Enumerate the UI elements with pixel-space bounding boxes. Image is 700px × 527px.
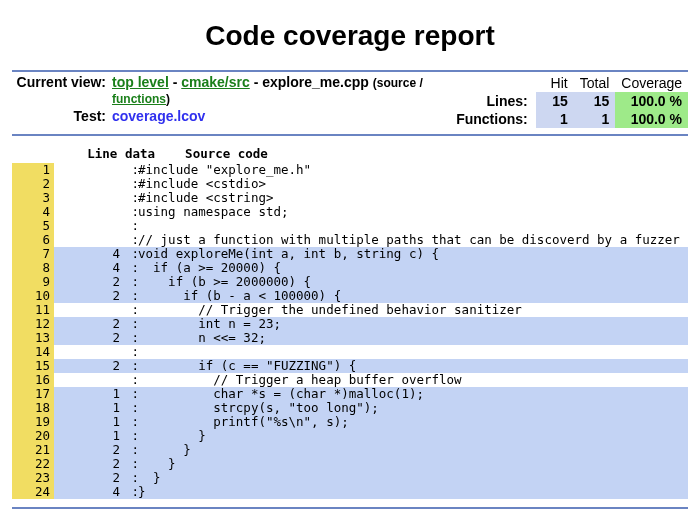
stats-row-functions: Functions: 1 1 100.0 % [450, 110, 688, 128]
stats-col-coverage: Coverage [615, 74, 688, 92]
source-line: 132 : n <<= 32; [12, 331, 688, 345]
line-source: if (a >= 20000) { [138, 261, 688, 275]
source-line: 232 : } [12, 471, 688, 485]
source-line: 122 : int n = 23; [12, 317, 688, 331]
header-row: Current view: top level - cmake/src - ex… [12, 72, 688, 134]
line-number: 16 [12, 373, 54, 387]
line-source: } [138, 429, 688, 443]
stats-table: Hit Total Coverage Lines: 15 15 100.0 % … [450, 74, 688, 128]
line-sep: : [124, 415, 138, 429]
source-line: 181 : strcpy(s, "too long"); [12, 401, 688, 415]
line-hit-count [54, 373, 124, 387]
current-view-label: Current view: [12, 74, 106, 106]
line-hit-count [54, 345, 124, 359]
stats-col-total: Total [574, 74, 616, 92]
line-source: // just a function with multiple paths t… [138, 233, 688, 247]
line-source: // Trigger a heap buffer overflow [138, 373, 688, 387]
page-title: Code coverage report [12, 20, 688, 52]
source-line: 11 : // Trigger the undefined behavior s… [12, 303, 688, 317]
source-line: 152 : if (c == "FUZZING") { [12, 359, 688, 373]
line-number: 1 [12, 163, 54, 177]
line-number: 3 [12, 191, 54, 205]
line-source: if (b - a < 100000) { [138, 289, 688, 303]
line-number: 4 [12, 205, 54, 219]
line-sep: : [124, 191, 138, 205]
source-line: 191 : printf("%s\n", s); [12, 415, 688, 429]
line-source [138, 345, 688, 359]
line-hit-count: 4 [54, 485, 124, 499]
source-line: 244 : } [12, 485, 688, 499]
line-source: #include <cstdio> [138, 177, 688, 191]
line-hit-count: 1 [54, 387, 124, 401]
breadcrumb-sep-2: - [254, 74, 263, 90]
line-sep: : [124, 247, 138, 261]
line-sep: : [124, 457, 138, 471]
line-source [138, 219, 688, 233]
source-listing: Line data Source code 1 : #include "expl… [12, 146, 688, 499]
line-sep: : [124, 331, 138, 345]
line-sep: : [124, 401, 138, 415]
line-hit-count [54, 177, 124, 191]
line-hit-count: 2 [54, 471, 124, 485]
line-source: using namespace std; [138, 205, 688, 219]
stats-lines-hit: 15 [536, 92, 574, 110]
source-line: 6 : // just a function with multiple pat… [12, 233, 688, 247]
line-number: 13 [12, 331, 54, 345]
stats-functions-hit: 1 [536, 110, 574, 128]
line-sep: : [124, 443, 138, 457]
line-source: } [138, 457, 688, 471]
line-sep: : [124, 163, 138, 177]
line-number: 8 [12, 261, 54, 275]
line-source: char *s = (char *)malloc(1); [138, 387, 688, 401]
stats-col-hit: Hit [536, 74, 574, 92]
line-source: } [138, 471, 688, 485]
line-source: if (c == "FUZZING") { [138, 359, 688, 373]
stats-lines-total: 15 [574, 92, 616, 110]
breadcrumb-top-level[interactable]: top level [112, 74, 169, 90]
line-sep: : [124, 289, 138, 303]
line-hit-count: 2 [54, 289, 124, 303]
source-line: 14 : [12, 345, 688, 359]
source-line: 92 : if (b >= 2000000) { [12, 275, 688, 289]
line-source: } [138, 443, 688, 457]
divider-mid [12, 134, 688, 136]
line-number: 6 [12, 233, 54, 247]
line-sep: : [124, 177, 138, 191]
line-source: // Trigger the undefined behavior saniti… [138, 303, 688, 317]
line-sep: : [124, 429, 138, 443]
stats-lines-label: Lines: [450, 92, 536, 110]
source-line: 16 : // Trigger a heap buffer overflow [12, 373, 688, 387]
line-hit-count: 2 [54, 457, 124, 471]
line-source: int n = 23; [138, 317, 688, 331]
line-sep: : [124, 471, 138, 485]
source-line: 201 : } [12, 429, 688, 443]
line-source: #include <cstring> [138, 191, 688, 205]
source-line: 1 : #include "explore_me.h" [12, 163, 688, 177]
line-source: void exploreMe(int a, int b, string c) { [138, 247, 688, 261]
line-hit-count [54, 219, 124, 233]
line-sep: : [124, 205, 138, 219]
line-sep: : [124, 387, 138, 401]
line-sep: : [124, 233, 138, 247]
source-line: 3 : #include <cstring> [12, 191, 688, 205]
line-sep: : [124, 485, 138, 499]
line-number: 21 [12, 443, 54, 457]
line-hit-count [54, 191, 124, 205]
breadcrumb-sep-1: - [173, 74, 182, 90]
test-value: coverage.lcov [112, 108, 205, 124]
line-number: 24 [12, 485, 54, 499]
line-number: 12 [12, 317, 54, 331]
line-number: 20 [12, 429, 54, 443]
line-number: 19 [12, 415, 54, 429]
line-hit-count: 4 [54, 247, 124, 261]
line-hit-count [54, 303, 124, 317]
divider-bottom [12, 507, 688, 509]
line-hit-count: 2 [54, 331, 124, 345]
line-hit-count [54, 233, 124, 247]
source-line: 74 : void exploreMe(int a, int b, string… [12, 247, 688, 261]
line-sep: : [124, 345, 138, 359]
breadcrumb-functions-link[interactable]: functions [112, 92, 166, 106]
line-sep: : [124, 219, 138, 233]
breadcrumb-path[interactable]: cmake/src [181, 74, 250, 90]
line-number: 10 [12, 289, 54, 303]
